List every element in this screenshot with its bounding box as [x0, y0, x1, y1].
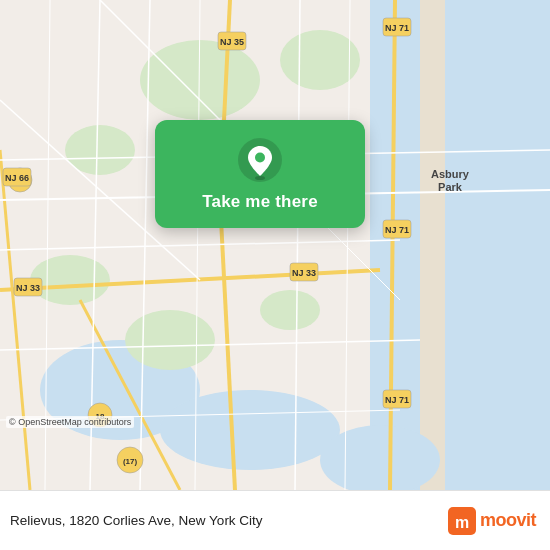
svg-text:NJ 66: NJ 66: [5, 173, 29, 183]
svg-text:NJ 35: NJ 35: [220, 37, 244, 47]
svg-point-5: [160, 390, 340, 470]
moovit-logo: m moovit: [448, 507, 536, 535]
svg-point-12: [260, 290, 320, 330]
svg-point-57: [255, 176, 265, 180]
svg-text:NJ 33: NJ 33: [16, 283, 40, 293]
take-me-there-button[interactable]: Take me there: [155, 120, 365, 228]
svg-point-8: [280, 30, 360, 90]
take-me-there-label: Take me there: [202, 192, 318, 212]
moovit-text: moovit: [480, 510, 536, 531]
svg-text:NJ 71: NJ 71: [385, 225, 409, 235]
svg-text:NJ 71: NJ 71: [385, 23, 409, 33]
location-text: Relievus, 1820 Corlies Ave, New York Cit…: [10, 513, 263, 528]
location-pin-icon: [238, 138, 282, 182]
map-container: NJ 35 NJ 71 NJ 71 NJ 71 NJ 33 NJ 33 18 1…: [0, 0, 550, 490]
svg-rect-1: [440, 0, 550, 490]
svg-text:Park: Park: [438, 181, 463, 193]
svg-text:NJ 33: NJ 33: [292, 268, 316, 278]
copyright-text: © OpenStreetMap contributors: [6, 416, 134, 428]
svg-text:m: m: [455, 514, 469, 531]
svg-text:Asbury: Asbury: [431, 168, 470, 180]
svg-point-58: [255, 153, 265, 163]
svg-text:(17): (17): [123, 457, 138, 466]
moovit-icon: m: [448, 507, 476, 535]
svg-point-7: [140, 40, 260, 120]
svg-point-10: [125, 310, 215, 370]
svg-text:NJ 71: NJ 71: [385, 395, 409, 405]
bottom-bar: Relievus, 1820 Corlies Ave, New York Cit…: [0, 490, 550, 550]
